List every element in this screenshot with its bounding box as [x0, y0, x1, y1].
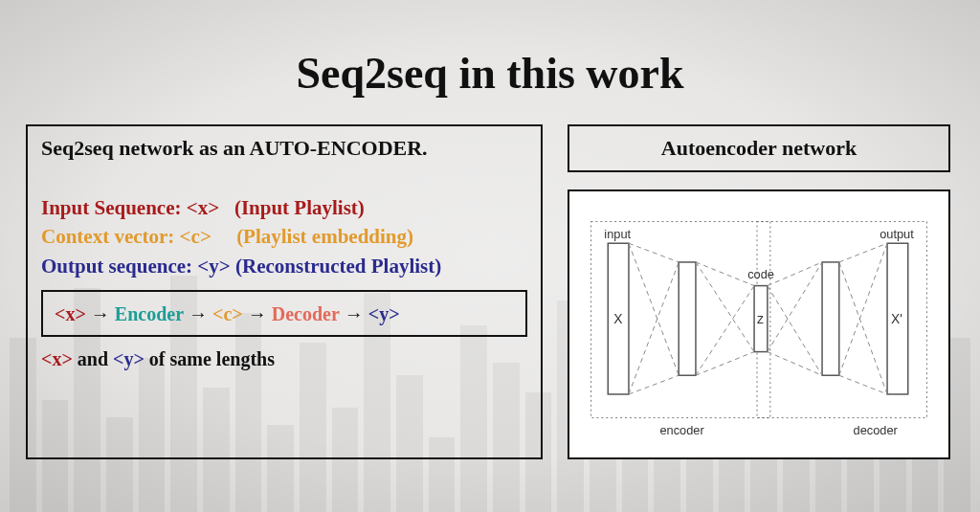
output-label: Output sequence:: [41, 255, 197, 278]
svg-line-19: [839, 243, 887, 262]
left-heading: Seq2seq network as an AUTO-ENCODER.: [41, 136, 527, 161]
svg-line-16: [768, 352, 822, 376]
same-and: and: [73, 348, 113, 369]
diagram-z-label: z: [757, 312, 764, 326]
input-sequence-line: Input Sequence: <x> (Input Playlist): [41, 193, 527, 222]
same-tail: of same lengths: [145, 348, 275, 369]
arrow-4: →: [345, 303, 368, 324]
svg-line-14: [696, 286, 754, 376]
diagram-input-label: input: [604, 227, 631, 241]
same-length-note: <x> and <y> of same lengths: [41, 348, 527, 370]
flow-decoder: Decoder: [272, 303, 340, 324]
svg-line-21: [839, 262, 887, 394]
svg-line-11: [696, 262, 754, 286]
diagram-decoder-label: decoder: [854, 423, 899, 437]
output-desc: (Reconstructed Playlist): [231, 255, 441, 278]
flow-box: <x> → Encoder → <c> → Decoder → <y>: [41, 290, 527, 337]
same-y: <y>: [113, 348, 145, 369]
arrow-3: →: [248, 303, 272, 324]
svg-line-10: [629, 262, 679, 394]
svg-line-15: [768, 262, 822, 286]
right-title-box: Autoencoder network: [568, 124, 950, 172]
svg-line-18: [768, 262, 822, 352]
svg-rect-5: [822, 262, 839, 375]
input-tag: <x>: [187, 196, 219, 219]
diagram-output-label: output: [880, 227, 914, 241]
flow-c: <c>: [212, 303, 243, 324]
right-title: Autoencoder network: [661, 136, 857, 161]
flow-encoder: Encoder: [115, 303, 184, 324]
input-desc: (Input Playlist): [219, 196, 365, 219]
flow-y: <y>: [368, 303, 400, 324]
svg-line-12: [696, 352, 754, 376]
output-sequence-line: Output sequence: <y> (Reconstructed Play…: [41, 252, 527, 280]
input-label: Input Sequence:: [41, 196, 187, 219]
svg-line-8: [629, 375, 679, 394]
svg-line-17: [768, 286, 822, 376]
output-tag: <y>: [197, 255, 230, 278]
slide-title: Seq2seq in this work: [0, 48, 980, 99]
left-panel: Seq2seq network as an AUTO-ENCODER. Inpu…: [26, 124, 543, 459]
diagram-X-label: X: [613, 312, 622, 326]
arrow-2: →: [189, 303, 212, 324]
context-label: Context vector:: [41, 225, 180, 248]
diagram-encoder-label: encoder: [659, 423, 704, 437]
svg-line-22: [839, 243, 887, 375]
context-tag: <c>: [180, 225, 212, 248]
same-x: <x>: [41, 348, 73, 369]
diagram-code-label: code: [747, 267, 774, 281]
right-diagram-box: input output code X z X' encoder decoder: [568, 189, 950, 459]
svg-line-9: [629, 243, 679, 375]
autoencoder-diagram: input output code X z X' encoder decoder: [569, 191, 948, 457]
flow-x: <x>: [55, 303, 86, 324]
diagram-Xp-label: X': [891, 312, 902, 326]
context-desc: (Playlist embedding): [212, 225, 413, 248]
arrow-1: →: [91, 303, 115, 324]
context-vector-line: Context vector: <c> (Playlist embedding): [41, 222, 527, 251]
svg-line-20: [839, 375, 887, 394]
svg-line-7: [629, 243, 679, 262]
svg-rect-3: [679, 262, 696, 375]
svg-line-13: [696, 262, 754, 352]
